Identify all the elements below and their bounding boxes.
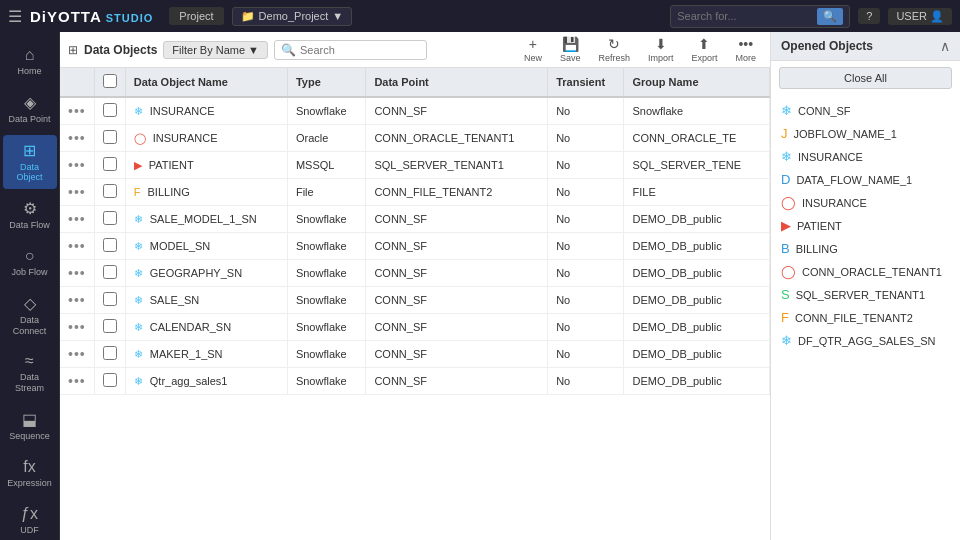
row-name[interactable]: ❄ INSURANCE: [125, 97, 287, 125]
sidebar-item-data-point[interactable]: ◈Data Point: [3, 87, 57, 131]
row-type-icon: ❄: [134, 213, 143, 225]
save-button[interactable]: 💾 Save: [554, 34, 587, 65]
row-name[interactable]: ❄ MAKER_1_SN: [125, 341, 287, 368]
row-dots[interactable]: •••: [60, 233, 94, 260]
sidebar-item-job-flow[interactable]: ○Job Flow: [3, 241, 57, 284]
search-input[interactable]: [677, 10, 817, 22]
opened-list-item[interactable]: ❄INSURANCE: [771, 145, 960, 168]
filter-button[interactable]: Filter By Name ▼: [163, 41, 268, 59]
row-checkbox[interactable]: [103, 238, 117, 252]
col-group[interactable]: Group Name: [624, 68, 770, 97]
row-transient: No: [548, 260, 624, 287]
row-name[interactable]: ◯ INSURANCE: [125, 125, 287, 152]
sidebar-item-data-stream[interactable]: ≈Data Stream: [3, 346, 57, 400]
row-dots[interactable]: •••: [60, 314, 94, 341]
row-checkbox[interactable]: [103, 265, 117, 279]
opened-list-item[interactable]: ❄CONN_SF: [771, 99, 960, 122]
opened-list-item[interactable]: ◯INSURANCE: [771, 191, 960, 214]
project-nav-button[interactable]: Project: [169, 7, 223, 25]
table-row: ••• ❄ MODEL_SN Snowflake CONN_SF No DEMO…: [60, 233, 770, 260]
opened-item-label: INSURANCE: [802, 197, 867, 209]
sidebar-item-data-object[interactable]: ⊞Data Object: [3, 135, 57, 190]
row-checkbox[interactable]: [103, 346, 117, 360]
opened-objects-list: ❄CONN_SFJJOBFLOW_NAME_1❄INSURANCEDDATA_F…: [771, 95, 960, 540]
row-name[interactable]: ❄ GEOGRAPHY_SN: [125, 260, 287, 287]
collapse-panel-button[interactable]: ∧: [940, 38, 950, 54]
row-dots[interactable]: •••: [60, 125, 94, 152]
row-type: File: [287, 179, 365, 206]
opened-list-item[interactable]: ▶PATIENT: [771, 214, 960, 237]
opened-list-item[interactable]: BBILLING: [771, 237, 960, 260]
col-type[interactable]: Type: [287, 68, 365, 97]
row-dots[interactable]: •••: [60, 179, 94, 206]
search-button[interactable]: 🔍: [817, 8, 843, 25]
sidebar-item-expression[interactable]: fxExpression: [3, 452, 57, 495]
project-selector[interactable]: 📁 Demo_Project ▼: [232, 7, 353, 26]
import-button[interactable]: ⬇ Import: [642, 34, 680, 65]
row-dots[interactable]: •••: [60, 287, 94, 314]
row-name[interactable]: ❄ Qtr_agg_sales1: [125, 368, 287, 395]
sidebar-item-udf[interactable]: ƒxUDF: [3, 499, 57, 540]
row-checkbox[interactable]: [103, 157, 117, 171]
table-row: ••• ❄ Qtr_agg_sales1 Snowflake CONN_SF N…: [60, 368, 770, 395]
row-datapoint: CONN_SF: [366, 314, 548, 341]
table-row: ••• ◯ INSURANCE Oracle CONN_ORACLE_TENAN…: [60, 125, 770, 152]
row-checkbox[interactable]: [103, 319, 117, 333]
sidebar-item-home[interactable]: ⌂Home: [3, 40, 57, 83]
row-checkbox[interactable]: [103, 184, 117, 198]
row-datapoint: SQL_SERVER_TENANT1: [366, 152, 548, 179]
sidebar-item-data-flow[interactable]: ⚙Data Flow: [3, 193, 57, 237]
sidebar-label: Home: [17, 66, 41, 77]
row-name[interactable]: ❄ CALENDAR_SN: [125, 314, 287, 341]
row-name-text: SALE_SN: [150, 294, 200, 306]
select-all-checkbox[interactable]: [103, 74, 117, 88]
row-dots[interactable]: •••: [60, 260, 94, 287]
col-transient[interactable]: Transient: [548, 68, 624, 97]
export-button[interactable]: ⬆ Export: [685, 34, 723, 65]
row-dots[interactable]: •••: [60, 206, 94, 233]
row-name[interactable]: ❄ SALE_SN: [125, 287, 287, 314]
close-all-button[interactable]: Close All: [779, 67, 952, 89]
opened-list-item[interactable]: ◯CONN_ORACLE_TENANT1: [771, 260, 960, 283]
opened-objects-panel: Opened Objects ∧ Close All ❄CONN_SFJJOBF…: [770, 32, 960, 540]
new-button[interactable]: + New: [518, 34, 548, 65]
sidebar-item-sequence[interactable]: ⬓Sequence: [3, 404, 57, 448]
row-checkbox[interactable]: [103, 292, 117, 306]
opened-list-item[interactable]: JJOBFLOW_NAME_1: [771, 122, 960, 145]
row-transient: No: [548, 125, 624, 152]
row-group: DEMO_DB_public: [624, 206, 770, 233]
col-datapoint[interactable]: Data Point: [366, 68, 548, 97]
opened-list-item[interactable]: SSQL_SERVER_TENANT1: [771, 283, 960, 306]
opened-list-item[interactable]: FCONN_FILE_TENANT2: [771, 306, 960, 329]
row-checkbox[interactable]: [103, 373, 117, 387]
row-name[interactable]: F BILLING: [125, 179, 287, 206]
row-dots[interactable]: •••: [60, 152, 94, 179]
row-name[interactable]: ❄ MODEL_SN: [125, 233, 287, 260]
row-group: Snowflake: [624, 97, 770, 125]
menu-icon[interactable]: ☰: [8, 7, 22, 26]
opened-list-item[interactable]: ❄DF_QTR_AGG_SALES_SN: [771, 329, 960, 352]
help-button[interactable]: ?: [858, 8, 880, 24]
table-search-input[interactable]: [300, 44, 420, 56]
sidebar-item-data-connect[interactable]: ◇Data Connect: [3, 288, 57, 343]
row-name[interactable]: ❄ SALE_MODEL_1_SN: [125, 206, 287, 233]
row-name[interactable]: ▶ PATIENT: [125, 152, 287, 179]
table-row: ••• ❄ GEOGRAPHY_SN Snowflake CONN_SF No …: [60, 260, 770, 287]
row-dots[interactable]: •••: [60, 368, 94, 395]
user-button[interactable]: USER 👤: [888, 8, 952, 25]
opened-item-label: SQL_SERVER_TENANT1: [796, 289, 925, 301]
row-checkbox[interactable]: [103, 103, 117, 117]
row-name-text: MODEL_SN: [150, 240, 211, 252]
opened-list-item[interactable]: DDATA_FLOW_NAME_1: [771, 168, 960, 191]
filter-arrow-icon: ▼: [248, 44, 259, 56]
more-button[interactable]: ••• More: [729, 34, 762, 65]
row-checkbox[interactable]: [103, 211, 117, 225]
row-name-text: BILLING: [148, 186, 190, 198]
row-checkbox[interactable]: [103, 130, 117, 144]
row-dots[interactable]: •••: [60, 341, 94, 368]
row-transient: No: [548, 368, 624, 395]
row-dots[interactable]: •••: [60, 97, 94, 125]
more-icon: •••: [738, 36, 753, 52]
refresh-button[interactable]: ↻ Refresh: [592, 34, 636, 65]
col-name[interactable]: Data Object Name: [125, 68, 287, 97]
